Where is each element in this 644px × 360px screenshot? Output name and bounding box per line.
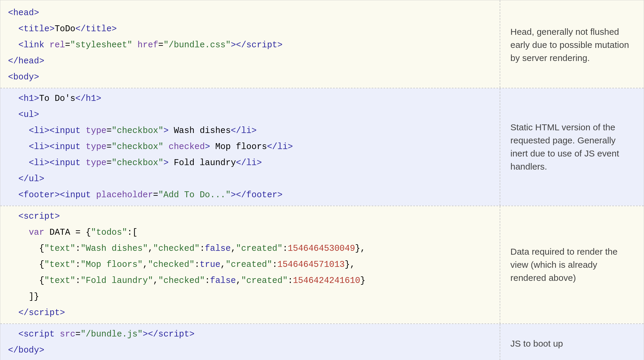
section-head: <head> <title>ToDo</title> <link rel="st… (0, 0, 644, 88)
code-block-boot: <script src="/bundle.js"></script> </bod… (0, 324, 500, 360)
annotation-text: Data required to render the view (which … (510, 245, 635, 284)
code-block-head: <head> <title>ToDo</title> <link rel="st… (0, 0, 500, 88)
code-block-data: <script> var DATA = {"todos":[ {"text":"… (0, 206, 500, 323)
annotation-static-html: Static HTML version of the requested pag… (500, 88, 644, 206)
section-data: <script> var DATA = {"todos":[ {"text":"… (0, 206, 644, 323)
annotation-text: JS to boot up (510, 337, 563, 350)
annotation-text: Head, generally not flushed early due to… (510, 25, 635, 65)
annotated-code-diagram: <head> <title>ToDo</title> <link rel="st… (0, 0, 644, 360)
annotation-text: Static HTML version of the requested pag… (510, 121, 635, 173)
section-boot: <script src="/bundle.js"></script> </bod… (0, 323, 644, 360)
code-block-static-html: <h1>To Do's</h1> <ul> <li><input type="c… (0, 88, 500, 206)
annotation-boot: JS to boot up (500, 324, 644, 360)
section-static-html: <h1>To Do's</h1> <ul> <li><input type="c… (0, 88, 644, 206)
annotation-data: Data required to render the view (which … (500, 206, 644, 323)
annotation-head: Head, generally not flushed early due to… (500, 0, 644, 88)
